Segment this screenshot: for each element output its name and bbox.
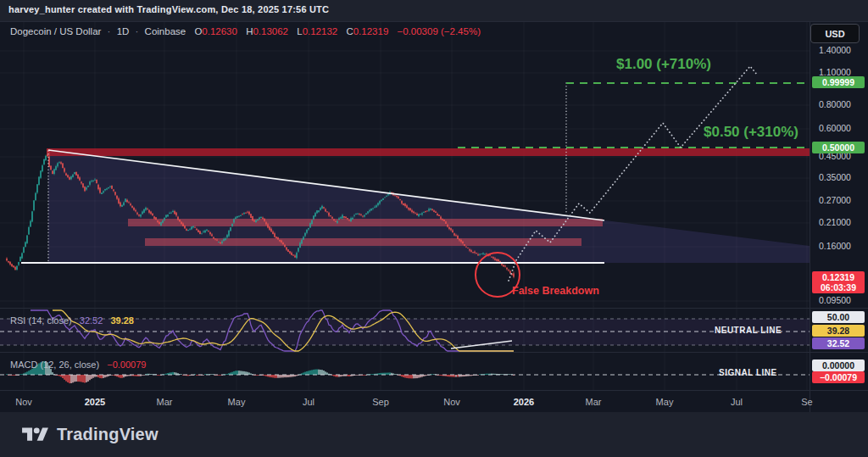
attribution-bar: harvey_hunter created with TradingView.c… [0, 0, 868, 22]
zone-resistance-0.50 [47, 148, 810, 156]
price-badge-target-2: 0.50000 [812, 142, 865, 153]
tradingview-chart-widget: harvey_hunter created with TradingView.c… [0, 0, 868, 457]
y-axis-label: 0.27000 [819, 195, 851, 205]
price-badge-target-1: 0.99999 [812, 76, 865, 88]
symbol-name: Dogecoin / US Dollar [10, 26, 101, 36]
close-value: 0.12319 [353, 26, 389, 36]
rsi-badge-neutral: 50.00 [812, 311, 865, 323]
rsi-legend: RSI (14, close) 32.52 39.28 [10, 315, 134, 326]
footer-bar: TradingView [0, 412, 868, 457]
tradingview-logo-icon [22, 425, 48, 445]
x-axis-tick: Jul [720, 397, 754, 407]
price-badge-last: 0.1231906:03:39 [812, 271, 865, 293]
legend-separator: · [136, 26, 139, 36]
rsi-ma-value: 39.28 [110, 315, 134, 326]
macd-legend: MACD (12, 26, close) −0.00079 [10, 359, 146, 370]
y-axis-label: 1.40000 [819, 45, 851, 55]
y-axis-label: 0.09500 [819, 295, 851, 305]
price-target-label-1: $1.00 (+710%) [616, 56, 711, 73]
rsi-value: 32.52 [80, 315, 103, 326]
brand-name: TradingView [57, 425, 159, 444]
legend-separator: · [108, 26, 111, 36]
x-axis-tick: May [648, 397, 682, 407]
low-value: 0.12132 [303, 26, 338, 36]
open-value: 0.12630 [202, 26, 237, 36]
zone-resistance-0.195 [145, 238, 581, 246]
macd-title: MACD (12, 26, close) [10, 359, 99, 370]
change-value: −0.00309 (−2.45%) [398, 26, 481, 36]
x-axis-tick: 2025 [78, 397, 112, 407]
signal-line-label: SIGNAL LINE [719, 368, 777, 377]
chart-canvas[interactable] [0, 21, 868, 412]
y-axis-label: 0.60000 [819, 123, 851, 133]
y-axis-label: 0.16000 [819, 241, 851, 251]
open-key: O [194, 26, 202, 36]
interval-label: 1D [117, 26, 130, 36]
attribution-text: harvey_hunter created with TradingView.c… [8, 4, 329, 14]
y-axis-label: 0.21000 [819, 217, 851, 227]
x-axis-tick: May [220, 397, 253, 407]
false-breakdown-label: False Breakdown [512, 285, 599, 297]
symbol-legend: Dogecoin / US Dollar · 1D · Coinbase O0.… [10, 26, 481, 36]
price-target-label-2: $0.50 (+310%) [704, 124, 798, 141]
rsi-badge-ma: 39.28 [812, 325, 865, 337]
x-axis-tick: Sep [364, 397, 398, 407]
macd-value: −0.00079 [107, 359, 146, 370]
tradingview-logo[interactable]: TradingView [22, 425, 159, 445]
y-axis-label: 0.35000 [819, 172, 851, 182]
neutral-line-label: NEUTRAL LINE [715, 326, 782, 335]
x-axis-tick: Mar [576, 397, 610, 407]
high-value: 0.13062 [253, 26, 288, 36]
price-axis[interactable]: 1.400001.100000.800000.600000.450000.350… [810, 21, 868, 412]
descending-triangle-fill [48, 151, 810, 263]
x-axis-tick: Mar [147, 397, 181, 407]
bar-close-countdown: 06:03:39 [812, 282, 865, 293]
y-axis-label: 0.80000 [819, 99, 851, 109]
x-axis-tick: 2026 [507, 397, 541, 407]
x-axis-tick: Nov [435, 397, 469, 407]
exchange-label: Coinbase [145, 26, 186, 36]
x-axis-tick: Jul [292, 397, 326, 407]
x-axis-tick: Nov [7, 397, 41, 407]
time-axis[interactable]: Nov2025MarMayJulSepNov2026MarMayJulSe [0, 391, 810, 412]
zone-resistance-0.235 [128, 219, 603, 226]
rsi-title: RSI (14, close) [10, 315, 72, 326]
last-price-value: 0.12319 [812, 272, 865, 282]
macd-badge-hist: −0.00079 [812, 371, 865, 383]
rsi-badge-value: 32.52 [812, 337, 865, 349]
macd-badge-zero: 0.00000 [812, 359, 865, 371]
x-axis-tick: Se [790, 397, 824, 407]
close-key: C [346, 26, 353, 36]
